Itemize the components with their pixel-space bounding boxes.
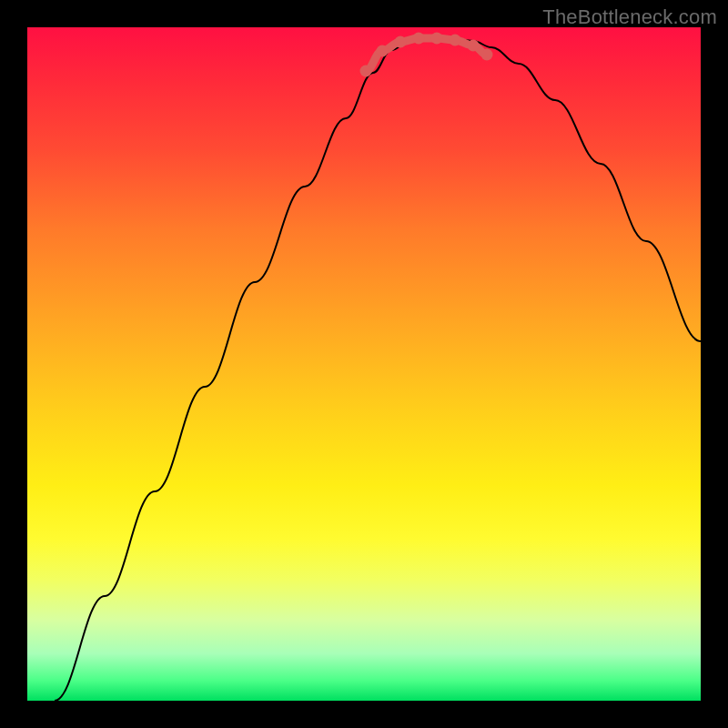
- accent-dot: [377, 46, 389, 57]
- accent-dot: [431, 33, 443, 45]
- main-curve-line: [55, 38, 701, 701]
- accent-dot: [395, 36, 407, 48]
- accent-dot: [481, 49, 493, 61]
- accent-dot: [413, 33, 425, 45]
- accent-dot: [450, 35, 461, 46]
- watermark-text: TheBottleneck.com: [542, 5, 717, 29]
- chart-svg: [27, 27, 701, 701]
- accent-dot: [360, 66, 372, 77]
- chart-plot-area: [27, 27, 701, 701]
- accent-dot: [468, 40, 480, 52]
